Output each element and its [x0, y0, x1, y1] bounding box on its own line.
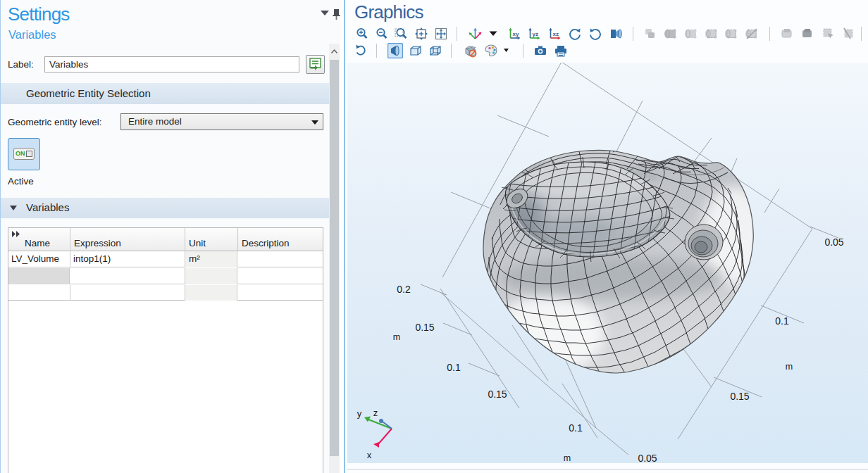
- svg-text:xy: xy: [513, 31, 519, 37]
- svg-text:0.2: 0.2: [397, 284, 411, 295]
- svg-text:0.1: 0.1: [569, 422, 583, 434]
- svg-text:0.15: 0.15: [415, 322, 434, 333]
- svg-text:y: y: [357, 408, 362, 419]
- svg-text:xz: xz: [553, 31, 559, 37]
- svg-text:0.05: 0.05: [638, 453, 657, 463]
- svg-text:m: m: [564, 453, 571, 463]
- svg-text:0.15: 0.15: [488, 389, 507, 400]
- svg-text:m: m: [786, 362, 793, 372]
- svg-text:0.15: 0.15: [730, 391, 749, 402]
- svg-text:m: m: [393, 332, 400, 342]
- svg-text:x: x: [367, 450, 372, 460]
- svg-text:0.1: 0.1: [775, 315, 789, 327]
- svg-text:z: z: [373, 408, 378, 418]
- svg-text:yz: yz: [533, 31, 538, 37]
- svg-text:0.05: 0.05: [824, 237, 843, 248]
- svg-text:0.1: 0.1: [447, 362, 461, 373]
